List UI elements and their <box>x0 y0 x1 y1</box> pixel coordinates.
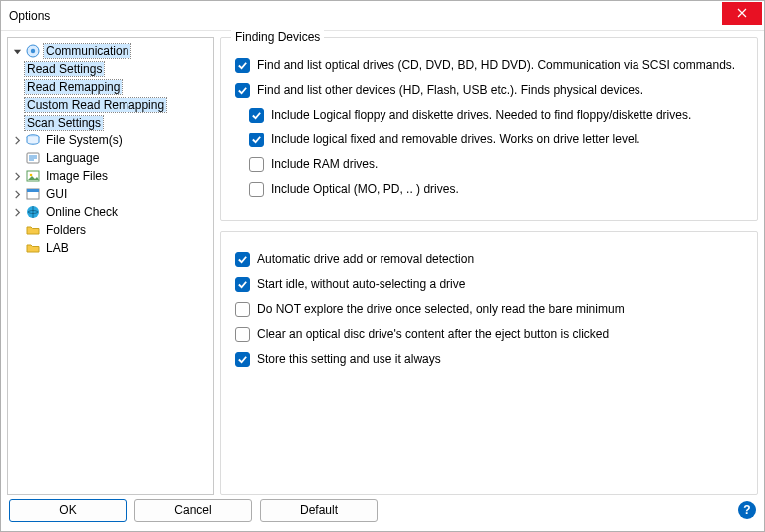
options-window: Options Communication <box>0 0 765 532</box>
chevron-right-icon[interactable] <box>10 169 24 183</box>
window-icon <box>25 186 41 202</box>
option-start-idle[interactable]: Start idle, without auto-selecting a dri… <box>235 276 743 292</box>
group-misc: Automatic drive add or removal detection… <box>220 231 758 495</box>
help-button[interactable]: ? <box>738 501 756 519</box>
svg-point-5 <box>30 174 33 177</box>
checkbox[interactable] <box>249 182 264 197</box>
window-title: Options <box>9 9 722 23</box>
option-label: Store this setting and use it always <box>257 351 441 367</box>
chevron-down-icon[interactable] <box>10 44 24 58</box>
tree-item-file-systems[interactable]: File System(s) <box>10 132 213 149</box>
tree-item-online-check[interactable]: Online Check <box>10 203 213 221</box>
group-finding-devices: Finding Devices Find and list optical dr… <box>220 37 758 221</box>
image-icon <box>25 168 41 184</box>
folder-icon <box>25 222 41 238</box>
option-label: Find and list other devices (HD, Flash, … <box>257 82 643 98</box>
disk-icon <box>25 133 41 148</box>
option-label: Automatic drive add or removal detection <box>257 251 474 267</box>
checkbox[interactable] <box>235 252 250 267</box>
checkbox[interactable] <box>235 327 250 342</box>
option-store-setting[interactable]: Store this setting and use it always <box>235 351 743 367</box>
communication-icon <box>25 43 41 59</box>
tree-item-gui[interactable]: GUI <box>10 185 213 203</box>
titlebar: Options <box>1 1 764 31</box>
language-icon <box>25 150 41 166</box>
category-tree[interactable]: Communication Read Settings Read Remappi… <box>7 37 214 495</box>
content-area: Communication Read Settings Read Remappi… <box>1 31 764 495</box>
chevron-right-icon[interactable] <box>10 205 24 219</box>
checkbox[interactable] <box>235 352 250 367</box>
tree-item-scan-settings[interactable]: Scan Settings <box>10 114 213 132</box>
svg-rect-7 <box>27 189 39 192</box>
chevron-right-icon[interactable] <box>10 133 24 147</box>
close-icon <box>737 8 747 18</box>
checkbox[interactable] <box>235 302 250 317</box>
settings-panel: Finding Devices Find and list optical dr… <box>220 37 758 495</box>
option-find-optical[interactable]: Find and list optical drives (CD, DVD, B… <box>235 57 743 73</box>
tree-item-language[interactable]: Language <box>10 149 213 167</box>
checkbox[interactable] <box>249 157 264 172</box>
tree-item-custom-read-remapping[interactable]: Custom Read Remapping <box>10 96 213 114</box>
option-label: Include Logical floppy and diskette driv… <box>271 107 691 123</box>
globe-icon <box>25 204 41 220</box>
option-label: Include Optical (MO, PD, .. ) drives. <box>271 181 459 197</box>
tree-item-read-settings[interactable]: Read Settings <box>10 60 213 78</box>
tree-item-read-remapping[interactable]: Read Remapping <box>10 78 213 96</box>
option-label: Include logical fixed and removable driv… <box>271 132 640 147</box>
ok-button[interactable]: OK <box>9 499 127 522</box>
tree-item-lab[interactable]: LAB <box>10 239 213 257</box>
checkbox[interactable] <box>249 133 264 147</box>
option-find-other[interactable]: Find and list other devices (HD, Flash, … <box>235 82 743 98</box>
default-button[interactable]: Default <box>260 499 378 522</box>
checkbox[interactable] <box>235 277 250 292</box>
checkbox[interactable] <box>235 58 250 73</box>
tree-item-folders[interactable]: Folders <box>10 221 213 239</box>
cancel-button[interactable]: Cancel <box>134 499 252 522</box>
tree-label-communication: Communication <box>44 44 130 58</box>
tree-item-image-files[interactable]: Image Files <box>10 167 213 185</box>
checkbox[interactable] <box>249 108 264 123</box>
button-bar: OK Cancel Default ? <box>1 495 764 531</box>
svg-point-1 <box>31 49 35 53</box>
folder-icon <box>25 240 41 256</box>
option-label: Do NOT explore the drive once selected, … <box>257 301 625 317</box>
option-auto-detect[interactable]: Automatic drive add or removal detection <box>235 251 743 267</box>
option-include-optical[interactable]: Include Optical (MO, PD, .. ) drives. <box>235 181 743 197</box>
option-label: Clear an optical disc drive's content af… <box>257 326 609 342</box>
option-no-explore[interactable]: Do NOT explore the drive once selected, … <box>235 301 743 317</box>
group-legend: Finding Devices <box>231 30 324 44</box>
option-label: Start idle, without auto-selecting a dri… <box>257 276 465 292</box>
option-label: Find and list optical drives (CD, DVD, B… <box>257 57 735 73</box>
tree-item-communication[interactable]: Communication <box>10 42 213 60</box>
option-include-fixed[interactable]: Include logical fixed and removable driv… <box>235 132 743 147</box>
close-button[interactable] <box>722 2 762 25</box>
option-clear-content[interactable]: Clear an optical disc drive's content af… <box>235 326 743 342</box>
option-include-floppy[interactable]: Include Logical floppy and diskette driv… <box>235 107 743 123</box>
checkbox[interactable] <box>235 83 250 98</box>
option-label: Include RAM drives. <box>271 156 378 172</box>
chevron-right-icon[interactable] <box>10 187 24 201</box>
option-include-ram[interactable]: Include RAM drives. <box>235 156 743 172</box>
help-icon: ? <box>743 503 750 517</box>
